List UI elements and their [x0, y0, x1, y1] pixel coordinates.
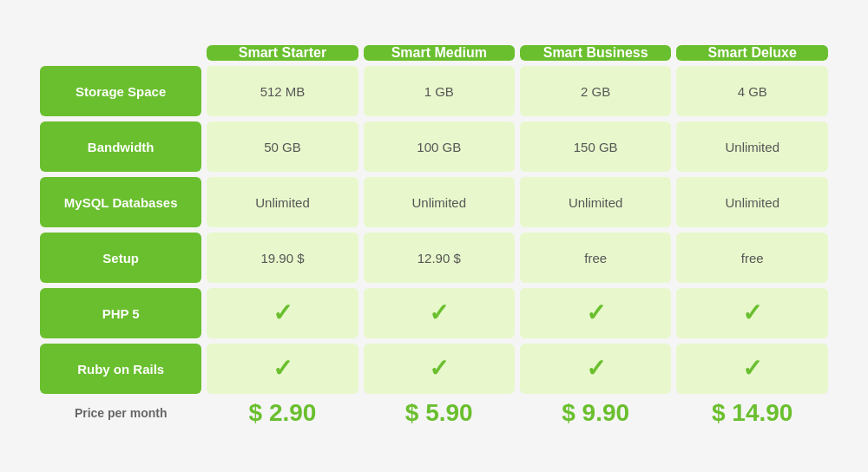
price-medium: $ 5.90	[364, 399, 515, 427]
price-deluxe: $ 14.90	[676, 399, 828, 427]
plan-header-business: Smart Business	[520, 45, 672, 61]
value-cell-2-2: Unlimited	[520, 177, 672, 227]
feature-label-2: MySQL Databases	[40, 177, 201, 227]
plan-header-medium: Smart Medium	[364, 45, 515, 61]
value-cell-0-3: 4 GB	[676, 66, 828, 116]
feature-label-0: Storage Space	[40, 66, 201, 116]
value-cell-1-3: Unlimited	[676, 121, 828, 172]
price-business: $ 9.90	[520, 399, 672, 427]
value-cell-3-0: 19.90 $	[207, 233, 358, 283]
value-cell-1-2: 150 GB	[520, 121, 672, 172]
value-cell-3-3: free	[676, 233, 828, 283]
value-cell-3-2: free	[520, 233, 672, 283]
value-cell-4-0: ✓	[207, 288, 358, 338]
value-cell-0-0: 512 MB	[207, 66, 358, 116]
value-cell-2-3: Unlimited	[676, 177, 828, 227]
price-per-month-label: Price per month	[40, 399, 201, 427]
feature-label-3: Setup	[40, 233, 201, 283]
value-cell-4-3: ✓	[676, 288, 828, 338]
value-cell-0-1: 1 GB	[364, 66, 515, 116]
value-cell-2-1: Unlimited	[364, 177, 515, 227]
value-cell-5-3: ✓	[676, 344, 828, 394]
plan-header-starter: Smart Starter	[207, 45, 358, 61]
value-cell-3-1: 12.90 $	[364, 233, 515, 283]
value-cell-1-1: 100 GB	[364, 121, 515, 172]
empty-header	[40, 45, 201, 61]
price-starter: $ 2.90	[207, 399, 358, 427]
value-cell-1-0: 50 GB	[207, 121, 358, 172]
value-cell-2-0: Unlimited	[207, 177, 358, 227]
value-cell-0-2: 2 GB	[520, 66, 672, 116]
feature-label-1: Bandwidth	[40, 121, 201, 172]
feature-label-5: Ruby on Rails	[40, 344, 201, 394]
value-cell-4-2: ✓	[520, 288, 672, 338]
value-cell-5-2: ✓	[520, 344, 672, 394]
feature-label-4: PHP 5	[40, 288, 201, 338]
value-cell-4-1: ✓	[364, 288, 515, 338]
plan-header-deluxe: Smart Deluxe	[676, 45, 828, 61]
value-cell-5-0: ✓	[207, 344, 358, 394]
value-cell-5-1: ✓	[364, 344, 515, 394]
